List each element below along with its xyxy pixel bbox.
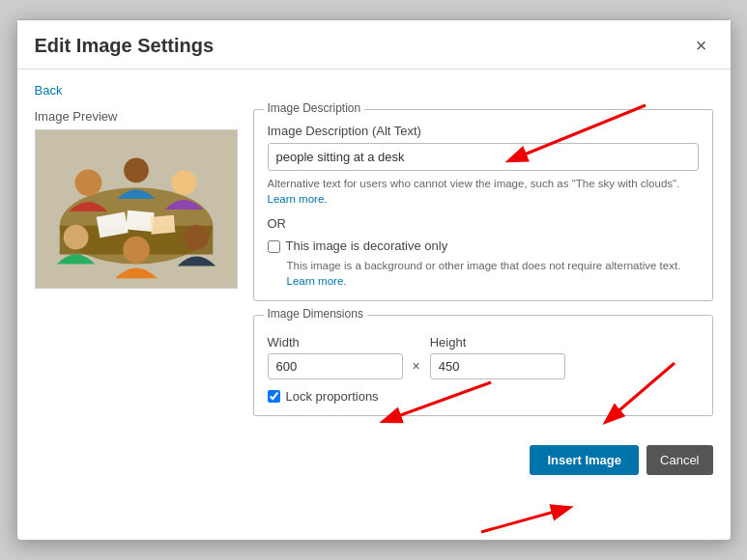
svg-rect-5 <box>150 215 175 235</box>
learn-more-link-2[interactable]: Learn more. <box>287 275 347 287</box>
image-dimensions-legend: Image Dimensions <box>264 307 367 321</box>
svg-line-15 <box>481 508 568 532</box>
decorative-hint: This image is a background or other imag… <box>287 258 699 289</box>
cancel-button[interactable]: Cancel <box>646 445 712 475</box>
back-link[interactable]: Back <box>35 83 63 98</box>
svg-point-11 <box>184 225 209 250</box>
times-symbol: × <box>413 358 420 374</box>
dialog-header: Edit Image Settings × <box>17 20 731 70</box>
lock-row: Lock proportions <box>268 389 699 404</box>
close-button[interactable]: × <box>690 34 713 57</box>
height-label: Height <box>430 335 565 350</box>
width-label: Width <box>268 335 403 350</box>
svg-rect-4 <box>126 210 154 232</box>
image-preview-label: Image Preview <box>35 109 238 124</box>
image-description-section: Image Description Image Description (Alt… <box>253 109 713 301</box>
learn-more-link-1[interactable]: Learn more. <box>268 193 328 205</box>
image-description-legend: Image Description <box>264 101 365 115</box>
height-group: Height <box>430 335 565 379</box>
left-panel: Image Preview <box>35 109 238 430</box>
lock-proportions-label[interactable]: Lock proportions <box>286 389 379 404</box>
dimensions-row: Width × Height <box>268 335 699 379</box>
footer-row: Insert Image Cancel <box>35 445 713 475</box>
svg-point-10 <box>123 237 150 264</box>
decorative-checkbox-row: This image is decorative only <box>268 238 699 253</box>
height-input[interactable] <box>430 353 565 379</box>
svg-point-8 <box>171 170 196 195</box>
preview-image <box>36 129 237 289</box>
content-row: Image Preview <box>35 109 713 430</box>
right-panel: Image Description Image Description (Alt… <box>253 109 713 430</box>
decorative-checkbox[interactable] <box>268 240 280 253</box>
decorative-label[interactable]: This image is decorative only <box>286 238 448 253</box>
width-group: Width <box>268 335 403 379</box>
svg-point-6 <box>74 169 101 196</box>
alt-text-field-label: Image Description (Alt Text) <box>268 124 699 138</box>
alt-text-hint: Alternative text for users who cannot vi… <box>268 176 699 207</box>
edit-image-dialog: Edit Image Settings × Back Image Preview <box>16 19 732 541</box>
dialog-body: Back Image Preview <box>17 70 731 492</box>
image-dimensions-section: Image Dimensions Width × Height <box>253 315 713 416</box>
dialog-title: Edit Image Settings <box>35 35 215 57</box>
width-input[interactable] <box>268 353 403 379</box>
svg-point-7 <box>124 158 149 183</box>
alt-text-input[interactable] <box>268 143 699 171</box>
image-preview-box <box>35 129 238 289</box>
or-divider: OR <box>268 216 699 231</box>
svg-point-9 <box>63 225 88 250</box>
lock-proportions-checkbox[interactable] <box>268 390 280 403</box>
insert-image-button[interactable]: Insert Image <box>530 445 639 475</box>
